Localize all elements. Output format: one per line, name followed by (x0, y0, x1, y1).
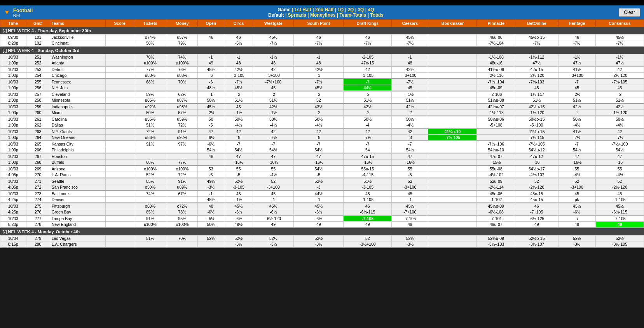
col-westgate: Westgate (253, 20, 294, 27)
table-row: 09/30101Jacksonvilleo74%u57%464645½46464… (0, 35, 644, 40)
moneylines-link[interactable]: Moneylines (310, 12, 335, 18)
table-row: 1:00p256N.Y. Jets48½45½4545½44½4545u-094… (0, 85, 644, 91)
3q-link[interactable]: 3Q (358, 7, 364, 12)
top-bar (0, 0, 644, 5)
table-row: 10/03255Tennessee68%70%-6-7½-7½+100-7½-7… (0, 79, 644, 85)
main-table-wrap: Time Gm# Teams Score Tickets Money Open … (0, 19, 644, 248)
odds-table: Time Gm# Teams Score Tickets Money Open … (0, 19, 644, 248)
table-row: 10/03257Cleveland59%62%-1-2-2-2-2-1½-2-1… (0, 92, 644, 97)
col-tickets: Tickets (134, 20, 167, 27)
spreads-link[interactable]: Spreads (288, 12, 306, 18)
col-score: Score (106, 20, 134, 27)
table-row: 1:00p262Dallas51%72%-5-4½-4½-4½-4-4½-5+1… (0, 122, 644, 128)
table-row: 10/04279Las Vegas51%70%52½52½52½52½5252½… (0, 236, 644, 241)
table-row: 10/03273Baltimore74%67%-1454544½454545o-… (0, 191, 644, 197)
table-row: 4:25p276Green Bay85%78%-6½-6½-6½-6½-6½-1… (0, 209, 644, 215)
table-row: 10/03263N.Y. Giants72%91%47424242424241½… (0, 129, 644, 135)
table-row: 4:05p270L.A. Rams52%72%-6-5-4½-5-4-115-5… (0, 172, 644, 178)
football-link[interactable]: Football (13, 7, 33, 13)
separator-row (0, 247, 644, 248)
table-row: 1:00p266Philadelphia54½54½54½54½5454½54½… (0, 147, 644, 153)
table-row: 4:25p274Denver45½-1½-1-1-1-105-1-1-10245… (0, 197, 644, 203)
col-teams: Teams (50, 20, 106, 27)
col-southpoint: South Point (294, 20, 344, 27)
nfl-label: NFL (13, 13, 21, 18)
col-open: Open (198, 20, 224, 27)
table-row: 4:05p272San Franciscoo50%u89%-3½-3-105-3… (0, 184, 644, 190)
col-draftkings: Draft Kings (344, 20, 392, 27)
table-row: 8:20p278New Englandu100%u100%50½49½49494… (0, 222, 644, 227)
table-row: 1:00p260Miami50%57%-2½-1½-1½-2-2-2-1½-11… (0, 110, 644, 116)
table-row: 8:20p102Cincinnati58%79%-6½-7½-7½-7½-7½-… (0, 40, 644, 46)
table-row: 10/03267Houston4847474747u-154747u-0747u… (0, 154, 644, 160)
section-header: [-] NFL WEEK 4 - Sunday, October 3rd (0, 47, 644, 54)
table-row: 10/03261Carolinau55%u59%5050½50½50½50½50… (0, 116, 644, 122)
nav-bar: ▼ Football NFL Game | 1st Half | 2nd Hal… (0, 5, 644, 19)
col-caesars: Caesars (392, 20, 428, 27)
col-gm: Gm# (26, 20, 50, 27)
col-money: Money (167, 20, 198, 27)
section-header: [-] NFL WEEK 4 - Thursday, September 30t… (0, 27, 644, 35)
table-row: 8:15p280L.A. Chargers-3½-3½-3½-3½+100-3½… (0, 241, 644, 247)
1q-link[interactable]: 1Q (337, 7, 344, 12)
second-half-link[interactable]: 2nd Half (315, 7, 333, 12)
table-row: 10/03271Seattle85%91%49½52½5252½51½5252u… (0, 179, 644, 184)
clear-button[interactable]: Clear (619, 8, 640, 17)
table-row: 1:00p252Atlantau100%u100%4948484847o-154… (0, 60, 644, 66)
totals-link[interactable]: Totals (370, 12, 383, 18)
table-row: 10/03269Arizonao100%o100%53555554½55u-15… (0, 166, 644, 172)
col-bookmaker: Bookmaker (428, 20, 477, 27)
col-circa: Circa (224, 20, 253, 27)
col-consensus: Consensus (595, 20, 644, 27)
table-row: 1:00p254Chicagou83%u88%-6-3-105-3+100-3-… (0, 73, 644, 78)
nav-sport-links[interactable]: Football NFL (13, 7, 33, 18)
table-row: 10/03265Kansas City91%97%-6½-7-7-7-7-7-7… (0, 141, 644, 147)
col-heritage: Heritage (558, 20, 595, 27)
table-row: 10/03259Indianapolisu92%u98%45½4342½43½4… (0, 104, 644, 110)
nav-center-links: Game | 1st Half | 2nd Half | 1Q | 2Q | 3… (36, 7, 616, 18)
4q-link[interactable]: 4Q (368, 7, 374, 12)
table-row: 10/03275Pittsburgho60%o72%4845½45½45½464… (0, 203, 644, 209)
first-half-link[interactable]: 1st Half (295, 7, 311, 12)
nav-arrow: ▼ (4, 9, 10, 16)
col-pinnacle: Pinnacle (477, 20, 515, 27)
team-totals-link[interactable]: Team-Totals (339, 12, 366, 18)
table-row: 1:00p258Minnesotau65%u87%50½51½51½5251½5… (0, 97, 644, 103)
table-row: 1:00p268Buffalo68%77%-16½-16½-16½-16½-16… (0, 160, 644, 165)
2q-link[interactable]: 2Q (347, 7, 354, 12)
section-header: [-] NFL WEEK 4 - Monday, October 4th (0, 228, 644, 236)
table-row: 10/03277Tampa Bay91%95%-5½-6½-6½-120-6½-… (0, 216, 644, 222)
table-row: 10/03253Detroit77%76%45½42½4242½4242½41½… (0, 67, 644, 73)
col-betonline: BetOnline (515, 20, 558, 27)
table-row: 1:00p264New Orleansu86%u92%-6½-8-7½-8-7½… (0, 135, 644, 141)
table-row: 10/03251Washington70%74%-1-1-1½-1-2-105-… (0, 54, 644, 60)
col-time: Time (0, 20, 26, 27)
